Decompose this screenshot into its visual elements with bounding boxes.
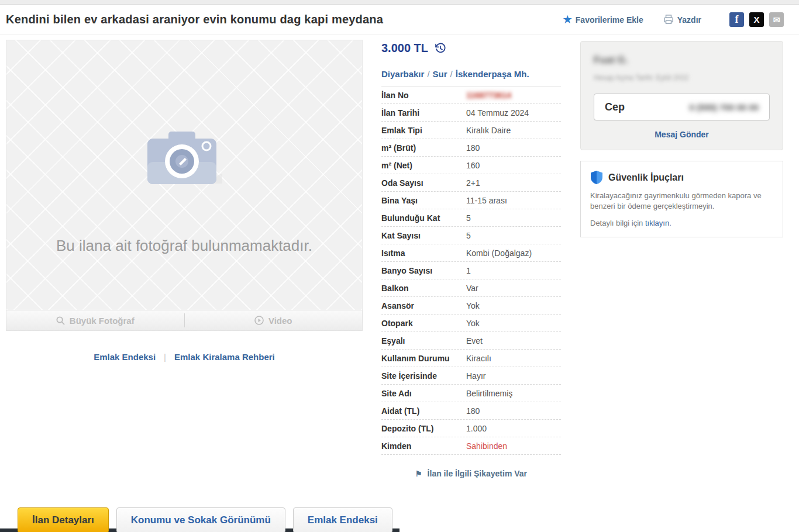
facebook-share-button[interactable]: f (729, 12, 744, 27)
big-photo-button[interactable]: Büyük Fotoğraf (6, 310, 184, 330)
details-table: İlan No1168773614İlan Tarihi04 Temmuz 20… (381, 86, 561, 455)
send-message-link[interactable]: Mesaj Gönder (594, 130, 770, 139)
listing-details: 3.000 TL Diyarbakır/Sur/İskenderpaşa Mh.… (381, 40, 561, 478)
emlak-kiralama-rehberi-link[interactable]: Emlak Kiralama Rehberi (174, 352, 275, 362)
tab-ilan-detaylari[interactable]: İlan Detayları (18, 507, 109, 532)
table-row: Banyo Sayısı1 (381, 262, 561, 279)
seller-name: Fuat G. (594, 54, 770, 66)
big-photo-label: Büyük Fotoğraf (70, 316, 135, 326)
tab-emlak-endeksi[interactable]: Emlak Endeksi (293, 507, 392, 532)
header-actions: ★ Favorilerime Ekle Yazdır f X ✉ (563, 12, 784, 27)
table-row: IsıtmaKombi (Doğalgaz) (381, 244, 561, 262)
print-link[interactable]: Yazdır (663, 15, 701, 25)
detail-label: İlan Tarihi (381, 108, 466, 118)
detail-value: Kiralık Daire (466, 126, 511, 135)
detail-value: 5 (466, 231, 471, 240)
breadcrumb-separator: / (447, 69, 456, 79)
detail-value: Yok (466, 319, 480, 328)
table-row: BalkonVar (381, 279, 561, 297)
table-row: Site İçerisindeHayır (381, 367, 561, 385)
seller-account-info: Hesap Açma Tarihi: Eylül 2022 (594, 74, 770, 82)
table-row: m² (Net)160 (381, 157, 561, 174)
detail-label: Balkon (381, 284, 466, 293)
shield-icon (590, 170, 603, 185)
table-row: Aidat (TL)180 (381, 402, 561, 420)
emlak-endeksi-link[interactable]: Emlak Endeksi (94, 352, 156, 362)
table-row: OtoparkYok (381, 315, 561, 332)
detail-label: Bulunduğu Kat (381, 213, 466, 223)
detail-value: 2+1 (466, 178, 480, 188)
breadcrumb: Diyarbakır/Sur/İskenderpaşa Mh. (381, 69, 561, 79)
price-row: 3.000 TL (381, 40, 561, 55)
video-label: Video (268, 316, 292, 326)
safety-header: Güvenlik İpuçları (590, 170, 773, 185)
tab-konum-sokak-gorunumu[interactable]: Konumu ve Sokak Görünümü (116, 507, 285, 532)
x-share-button[interactable]: X (749, 12, 764, 27)
safety-title: Güvenlik İpuçları (608, 172, 684, 183)
no-photo-text: Bu ilana ait fotoğraf bulunmamaktadır. (6, 237, 362, 255)
photo-placeholder: Bu ilana ait fotoğraf bulunmamaktadır. (6, 40, 363, 310)
price: 3.000 TL (381, 42, 428, 55)
star-icon: ★ (563, 15, 572, 25)
table-row: İlan Tarihi04 Temmuz 2024 (381, 104, 561, 122)
detail-label: Kimden (381, 441, 466, 451)
detail-value: 160 (466, 161, 480, 170)
detail-value: 180 (466, 143, 480, 153)
table-row: Kullanım DurumuKiracılı (381, 350, 561, 367)
detail-value: Evet (466, 336, 483, 346)
detail-label: Kat Sayısı (381, 231, 466, 240)
camera-icon (140, 128, 228, 192)
breadcrumb-separator: / (424, 69, 432, 79)
link-separator: | (164, 352, 166, 362)
detail-value: 5 (466, 213, 471, 223)
top-strip (0, 0, 799, 5)
table-row: Depozito (TL)1.000 (381, 420, 561, 437)
flag-icon: ⚑ (415, 469, 422, 478)
detail-value: Var (466, 284, 478, 293)
photo-footer: Büyük Fotoğraf Video (6, 310, 363, 331)
detail-value: Hayır (466, 371, 485, 381)
table-row: İlan No1168773614 (381, 87, 561, 104)
price-history-icon[interactable] (434, 42, 446, 54)
detail-value: 180 (466, 406, 480, 416)
detail-label: Isıtma (381, 248, 466, 258)
safety-tips-card: Güvenlik İpuçları Kiralayacağınız gayrim… (580, 161, 783, 237)
listing-page: Kendini bilen ev arkadasi araniyor evin … (0, 0, 799, 532)
add-to-favorites-link[interactable]: ★ Favorilerime Ekle (563, 15, 643, 25)
detail-value: 1.000 (466, 424, 487, 433)
safety-detail-link[interactable]: tıklayın (645, 219, 669, 227)
photo-gallery: Bu ilana ait fotoğraf bulunmamaktadır. B… (6, 40, 363, 362)
breadcrumb-district[interactable]: Sur (433, 69, 447, 79)
detail-value: 04 Temmuz 2024 (466, 108, 529, 118)
detail-value: 1 (466, 266, 471, 275)
table-row: Bulunduğu Kat5 (381, 209, 561, 227)
detail-label: m² (Net) (381, 161, 466, 170)
detail-label: Bina Yaşı (381, 196, 466, 205)
table-row: m² (Brüt)180 (381, 139, 561, 157)
video-button[interactable]: Video (185, 310, 363, 330)
complaint-link[interactable]: ⚑ İlan ile İlgili Şikayetim Var (381, 469, 561, 478)
detail-label: Otopark (381, 319, 466, 328)
phone-button[interactable]: Cep 0 (555) 700 00 00 (594, 94, 770, 120)
table-row: AsansörYok (381, 297, 561, 315)
table-row: Site AdıBelirtilmemiş (381, 385, 561, 402)
gallery-links: Emlak Endeksi | Emlak Kiralama Rehberi (6, 352, 363, 362)
table-row: Bina Yaşı11-15 arası (381, 192, 561, 209)
email-share-button[interactable]: ✉ (769, 12, 784, 27)
detail-label: Site İçerisinde (381, 371, 466, 381)
play-icon (254, 316, 264, 325)
safety-more-prefix: Detaylı bilgi için (590, 219, 645, 227)
detail-value: Kiracılı (466, 354, 491, 363)
safety-body: Kiralayacağınız gayrimenkulu görmeden ka… (590, 191, 773, 212)
safety-more-suffix: . (669, 219, 671, 227)
detail-label: Banyo Sayısı (381, 266, 466, 275)
detail-value: Yok (466, 301, 480, 310)
seller-card: Fuat G. Hesap Açma Tarihi: Eylül 2022 Ce… (580, 41, 783, 150)
detail-label: m² (Brüt) (381, 143, 466, 153)
breadcrumb-neighborhood[interactable]: İskenderpaşa Mh. (456, 69, 529, 79)
detail-value: Kombi (Doğalgaz) (466, 248, 532, 258)
phone-label: Cep (605, 101, 625, 113)
detail-value: Sahibinden (466, 441, 507, 451)
detail-value: 11-15 arası (466, 196, 507, 205)
breadcrumb-city[interactable]: Diyarbakır (381, 69, 424, 79)
